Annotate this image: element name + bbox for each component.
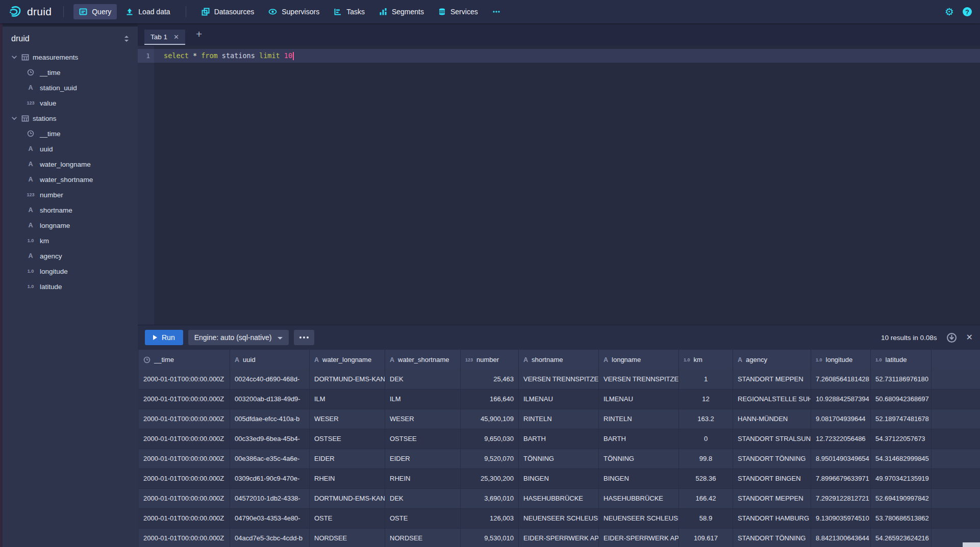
cell-latitude[interactable]: 50.680942368697 <box>871 389 932 409</box>
cell-agency[interactable]: STANDORT HAMBURG <box>733 509 811 528</box>
cell-water_longname[interactable]: DORTMUND-EMS-KANAL <box>310 489 385 508</box>
cell-water_shortname[interactable]: NORDSEE <box>385 529 461 547</box>
active-code-line[interactable]: 1 select * from stations limit 10 <box>138 49 980 63</box>
tab-1[interactable]: Tab 1 ✕ <box>144 30 185 45</box>
cell-__time[interactable]: 2000-01-01T00:00:00.000Z <box>139 370 230 389</box>
query-more-button[interactable] <box>294 330 314 345</box>
cell-longitude[interactable]: 7.8996679633971 <box>811 469 871 488</box>
cell-agency[interactable]: STANDORT STRALSUND <box>733 429 811 449</box>
cell-shortname[interactable]: RINTELN <box>519 409 599 429</box>
run-button[interactable]: Run <box>145 330 183 345</box>
nav-item-segments[interactable]: Segments <box>373 4 430 19</box>
cell-number[interactable]: 3,690,010 <box>461 489 519 508</box>
cell-longname[interactable]: BINGEN <box>599 469 679 488</box>
cell-water_shortname[interactable]: RHEIN <box>385 469 461 488</box>
cell-shortname[interactable]: EIDER-SPERRWERK AP <box>519 529 599 547</box>
cell-water_shortname[interactable]: OSTE <box>385 509 461 528</box>
cell-agency[interactable]: STANDORT BINGEN <box>733 469 811 488</box>
nav-item-supervisors[interactable]: Supervisors <box>263 4 325 19</box>
cell-uuid[interactable]: 0024cc40-d690-468d- <box>230 370 310 389</box>
cell-water_longname[interactable]: NORDSEE <box>310 529 385 547</box>
tree-column-km[interactable]: 1.0km <box>3 233 138 248</box>
cell-agency[interactable]: STANDORT MEPPEN <box>733 489 811 508</box>
cell-number[interactable]: 166,640 <box>461 389 519 409</box>
help-icon[interactable]: ? <box>963 7 972 16</box>
nav-item-more[interactable] <box>487 4 506 19</box>
cell-longitude[interactable]: 12.72322056486 <box>811 429 871 449</box>
scrollbar-corner[interactable] <box>963 542 980 547</box>
cell-water_shortname[interactable]: DEK <box>385 489 461 508</box>
tree-column-__time[interactable]: __time <box>3 65 138 80</box>
cell-km[interactable]: 0 <box>679 429 733 449</box>
new-tab-icon[interactable]: + <box>196 28 202 40</box>
cell-number[interactable]: 9,520,070 <box>461 449 519 468</box>
cell-uuid[interactable]: 04572010-1db2-4338- <box>230 489 310 508</box>
cell-water_shortname[interactable]: WESER <box>385 409 461 429</box>
tree-column-water_longname[interactable]: Awater_longname <box>3 157 138 172</box>
cell-km[interactable]: 163.2 <box>679 409 733 429</box>
cell-km[interactable]: 12 <box>679 389 733 409</box>
cell-longname[interactable]: ILMENAU <box>599 389 679 409</box>
cell-shortname[interactable]: NEUENSEER SCHLEUSE <box>519 509 599 528</box>
cell-agency[interactable]: HANN-MÜNDEN <box>733 409 811 429</box>
tree-column-latitude[interactable]: 1.0latitude <box>3 279 138 294</box>
cell-water_longname[interactable]: WESER <box>310 409 385 429</box>
column-header-latitude[interactable]: 1.0latitude <box>871 350 932 370</box>
cell-uuid[interactable]: 04acd7e5-3cbc-4cdd-b <box>230 529 310 547</box>
tree-column-value[interactable]: 123value <box>3 95 138 111</box>
cell-water_longname[interactable]: ILM <box>310 389 385 409</box>
cell-latitude[interactable]: 52.694190997842 <box>871 489 932 508</box>
cell-__time[interactable]: 2000-01-01T00:00:00.000Z <box>139 509 230 528</box>
cell-number[interactable]: 45,900,109 <box>461 409 519 429</box>
cell-longname[interactable]: TÖNNING <box>599 449 679 468</box>
cell-shortname[interactable]: HASEHUBBRÜCKE <box>519 489 599 508</box>
cell-agency[interactable]: STANDORT TÖNNING <box>733 449 811 468</box>
cell-number[interactable]: 25,463 <box>461 370 519 389</box>
cell-km[interactable]: 109.617 <box>679 529 733 547</box>
tree-table-measurements[interactable]: measurements <box>3 49 138 65</box>
cell-shortname[interactable]: ILMENAU <box>519 389 599 409</box>
cell-__time[interactable]: 2000-01-01T00:00:00.000Z <box>139 389 230 409</box>
column-header-km[interactable]: 1.0km <box>679 350 733 370</box>
cell-shortname[interactable]: BINGEN <box>519 469 599 488</box>
cell-latitude[interactable]: 52.731186976180 <box>871 370 932 389</box>
cell-uuid[interactable]: 003200ab-d138-49d9- <box>230 389 310 409</box>
column-header-agency[interactable]: Aagency <box>733 350 811 370</box>
cell-water_longname[interactable]: OSTSEE <box>310 429 385 449</box>
cell-__time[interactable]: 2000-01-01T00:00:00.000Z <box>139 469 230 488</box>
cell-water_longname[interactable]: DORTMUND-EMS-KANAL <box>310 370 385 389</box>
double-caret-sort-icon[interactable] <box>123 35 130 42</box>
cell-longname[interactable]: NEUENSEER SCHLEUSE <box>599 509 679 528</box>
cell-__time[interactable]: 2000-01-01T00:00:00.000Z <box>139 449 230 468</box>
cell-uuid[interactable]: 0309cd61-90c9-470e- <box>230 469 310 488</box>
cell-agency[interactable]: STANDORT MEPPEN <box>733 370 811 389</box>
column-header-shortname[interactable]: Ashortname <box>519 350 599 370</box>
cell-water_shortname[interactable]: EIDER <box>385 449 461 468</box>
cell-latitude[interactable]: 49.970342135919 <box>871 469 932 488</box>
cell-__time[interactable]: 2000-01-01T00:00:00.000Z <box>139 429 230 449</box>
cell-latitude[interactable]: 53.780686513862 <box>871 509 932 528</box>
cell-shortname[interactable]: BARTH <box>519 429 599 449</box>
cell-__time[interactable]: 2000-01-01T00:00:00.000Z <box>139 489 230 508</box>
cell-longitude[interactable]: 7.2608564181428 <box>811 370 871 389</box>
cell-longitude[interactable]: 7.2929122812721 <box>811 489 871 508</box>
cell-__time[interactable]: 2000-01-01T00:00:00.000Z <box>139 409 230 429</box>
close-results-icon[interactable]: ✕ <box>966 333 973 342</box>
tab-close-icon[interactable]: ✕ <box>173 34 179 40</box>
cell-__time[interactable]: 2000-01-01T00:00:00.000Z <box>139 529 230 547</box>
gear-icon[interactable]: ⚙ <box>945 7 954 17</box>
cell-longitude[interactable]: 9.081704939644 <box>811 409 871 429</box>
cell-number[interactable]: 25,300,200 <box>461 469 519 488</box>
column-header-water_longname[interactable]: Awater_longname <box>310 350 385 370</box>
cell-km[interactable]: 58.9 <box>679 509 733 528</box>
column-header-uuid[interactable]: Auuid <box>230 350 310 370</box>
column-header-number[interactable]: 123number <box>461 350 519 370</box>
cell-water_longname[interactable]: OSTE <box>310 509 385 528</box>
nav-item-tasks[interactable]: Tasks <box>328 4 370 19</box>
tree-column-__time[interactable]: __time <box>3 126 138 141</box>
cell-longname[interactable]: HASEHUBBRÜCKE <box>599 489 679 508</box>
cell-longname[interactable]: EIDER-SPERRWERK AP <box>599 529 679 547</box>
cell-agency[interactable]: STANDORT TÖNNING <box>733 529 811 547</box>
column-header-longname[interactable]: Alongname <box>599 350 679 370</box>
cell-water_longname[interactable]: RHEIN <box>310 469 385 488</box>
